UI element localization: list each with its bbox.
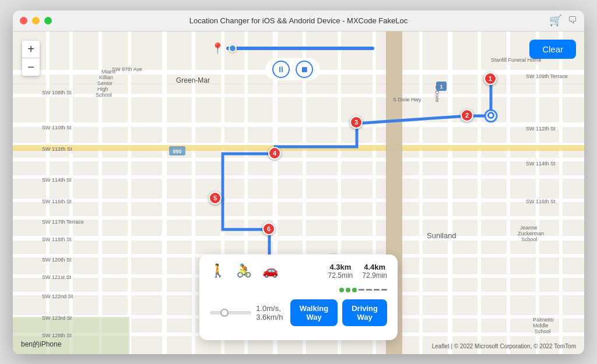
window-title: Location Changer for iOS && Andorid Devi… — [189, 16, 408, 25]
waypoint-marker-3[interactable]: 3 — [350, 116, 363, 129]
cart-icon[interactable]: 🛒 — [549, 14, 562, 27]
waypoint-marker-4[interactable]: 4 — [268, 147, 281, 160]
clear-button[interactable]: Clear — [529, 40, 576, 59]
map-container[interactable]: SW 97th Ave SW 108th St SW 110th St SW 1… — [13, 31, 584, 354]
svg-text:1: 1 — [440, 84, 443, 90]
dot-dash-1 — [359, 289, 364, 291]
current-position-dot — [487, 112, 494, 119]
dot-dash-2 — [366, 289, 372, 291]
walk-icon[interactable]: 🚶 — [210, 263, 226, 278]
minimize-button[interactable] — [32, 17, 40, 24]
svg-text:School: School — [521, 236, 538, 242]
svg-text:SW 114th St: SW 114th St — [42, 177, 72, 183]
svg-text:SW 116th St: SW 116th St — [42, 199, 72, 204]
svg-text:SW 128th St: SW 128th St — [42, 333, 72, 338]
titlebar: Location Changer for iOS && Andorid Devi… — [13, 10, 584, 31]
location-pin-icon: 📍 — [211, 42, 224, 55]
svg-text:SW 120th St: SW 120th St — [42, 257, 72, 263]
titlebar-actions: 🛒 🗨 — [549, 14, 577, 27]
map-attribution: Leaflet | © 2022 Microsoft Corporation, … — [432, 343, 576, 349]
maximize-button[interactable] — [44, 17, 52, 24]
zoom-controls: + − — [22, 41, 40, 76]
svg-text:SW 108th St: SW 108th St — [42, 90, 72, 96]
svg-text:SW 122nd St: SW 122nd St — [42, 294, 73, 299]
dot-green-3 — [352, 288, 357, 292]
svg-text:SW 118th St: SW 118th St — [42, 236, 72, 242]
zoom-out-button[interactable]: − — [22, 58, 40, 76]
pause-button[interactable]: ⏸ — [272, 61, 290, 78]
zoom-in-button[interactable]: + — [22, 41, 40, 58]
playback-controls: ⏸ ⏹ — [265, 58, 320, 80]
walking-way-button[interactable]: WalkingWay — [290, 299, 338, 326]
svg-text:SW 123rd St: SW 123rd St — [42, 315, 72, 321]
svg-text:Zuckerman: Zuckerman — [518, 231, 544, 236]
window-controls — [20, 17, 52, 24]
svg-text:SW 117th Terrace: SW 117th Terrace — [42, 219, 84, 225]
dot-dash-3 — [374, 289, 380, 291]
dot-green-1 — [339, 288, 344, 292]
chat-icon[interactable]: 🗨 — [568, 15, 577, 26]
driving-way-button[interactable]: DrivingWay — [342, 299, 387, 326]
speed-row: 1.0m/s, 3.6km/h WalkingWay DrivingWay — [210, 299, 387, 326]
speed-slider[interactable] — [210, 311, 251, 314]
driving-time: 72.9min — [362, 271, 387, 280]
device-label: ben的iPhone — [21, 340, 61, 349]
svg-text:Jeanne: Jeanne — [520, 225, 538, 231]
svg-text:SW 112th St: SW 112th St — [42, 146, 72, 152]
svg-text:School: School — [96, 92, 112, 98]
svg-text:High: High — [97, 86, 108, 92]
app-window: Location Changer for iOS && Andorid Devi… — [13, 10, 584, 354]
stop-icon: ⏹ — [300, 65, 308, 74]
close-button[interactable] — [20, 17, 27, 24]
svg-text:S Dixie Hwy: S Dixie Hwy — [393, 97, 422, 103]
transport-row: 🚶 🚴 🚗 4.3km 72.5min 4.4km 72.9min — [210, 263, 387, 280]
driving-distance: 4.4km — [362, 263, 387, 271]
waypoint-marker-2[interactable]: 2 — [461, 109, 473, 122]
stop-button[interactable]: ⏹ — [296, 61, 313, 78]
walking-stats: 4.3km 72.5min — [328, 263, 353, 280]
speed-thumb — [220, 309, 229, 317]
walking-distance: 4.3km — [328, 263, 353, 271]
progress-bar-container: 📍 ⏸ ⏹ — [48, 42, 538, 80]
transport-icons: 🚶 🚴 🚗 — [210, 263, 278, 278]
bottom-panel: 🚶 🚴 🚗 4.3km 72.5min 4.4km 72.9min — [199, 255, 398, 340]
dot-green-2 — [346, 288, 350, 292]
progress-thumb[interactable] — [229, 44, 237, 52]
waypoint-marker-6[interactable]: 6 — [262, 222, 275, 235]
way-buttons: WalkingWay DrivingWay — [290, 299, 387, 326]
svg-text:SW 110th St: SW 110th St — [42, 125, 72, 130]
svg-text:Middle: Middle — [533, 323, 549, 328]
bike-icon[interactable]: 🚴 — [236, 263, 252, 278]
driving-stats: 4.4km 72.9min — [362, 263, 387, 280]
walking-time: 72.5min — [328, 271, 353, 280]
waypoint-marker-5[interactable]: 5 — [209, 192, 222, 204]
progress-track[interactable] — [226, 47, 374, 50]
svg-text:School: School — [535, 328, 551, 334]
route-indicator — [339, 288, 387, 292]
svg-text:Palmetto: Palmetto — [533, 317, 554, 323]
dot-dash-4 — [381, 289, 387, 291]
svg-text:SW 112th St: SW 112th St — [526, 126, 556, 132]
pause-icon: ⏸ — [277, 65, 285, 74]
svg-text:Suniland: Suniland — [427, 231, 456, 240]
svg-text:990: 990 — [173, 149, 181, 154]
svg-text:SW 116th St: SW 116th St — [526, 199, 556, 204]
speed-label: 1.0m/s, 3.6km/h — [256, 304, 286, 321]
svg-text:Senior: Senior — [97, 80, 113, 86]
route-stats: 4.3km 72.5min 4.4km 72.9min — [328, 263, 387, 280]
svg-text:SW 114th St: SW 114th St — [526, 161, 556, 167]
car-icon[interactable]: 🚗 — [262, 263, 278, 278]
svg-text:SW 121st St: SW 121st St — [42, 274, 72, 280]
